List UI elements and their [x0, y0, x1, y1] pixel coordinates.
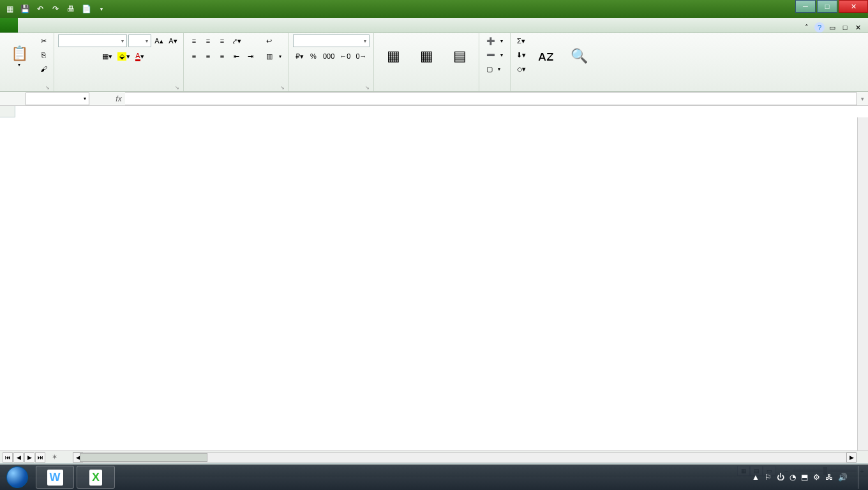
tray-icon[interactable]: ⚐ [765, 473, 772, 482]
dialog-launcher-icon[interactable]: ↘ [280, 85, 285, 91]
align-right-button[interactable]: ≡ [216, 50, 228, 63]
tab-first-icon[interactable]: ⏮ [3, 452, 13, 463]
vertical-scrollbar[interactable] [857, 117, 868, 450]
qat-icon[interactable]: 📄 [79, 2, 93, 16]
paste-button[interactable]: 📋 ▾ [4, 34, 34, 79]
format-cells-button[interactable]: ▢▾ [483, 63, 504, 75]
quick-access-toolbar: ▦ 💾 ↶ ↷ 🖶 📄 ▾ [0, 2, 108, 16]
scroll-thumb[interactable] [80, 453, 207, 462]
delete-cells-button[interactable]: ➖▾ [483, 48, 506, 61]
orientation-button[interactable]: ⤤▾ [230, 34, 243, 47]
number-format-select[interactable]: ▾ [293, 34, 370, 47]
tray-icon[interactable]: ⚙ [813, 473, 820, 482]
group-editing: Σ▾ ⬇▾ ◇▾ ᴀᴢ 🔍 [511, 33, 598, 91]
copy-button[interactable]: ⎘ [37, 48, 50, 61]
help-icon[interactable]: ? [814, 22, 825, 33]
undo-icon[interactable]: ↶ [33, 2, 47, 16]
qat-more-icon[interactable]: ▾ [94, 2, 108, 16]
shrink-font-button[interactable]: A▾ [167, 34, 179, 47]
format-painter-button[interactable]: 🖌 [37, 63, 50, 75]
dec-decimal-button[interactable]: 0→ [354, 50, 368, 63]
ribbon-help: ˄ ? ▭ □ ✕ [802, 22, 868, 33]
merge-center-button[interactable]: ▥▾ [263, 50, 285, 63]
align-middle-button[interactable]: ≡ [202, 34, 214, 47]
comma-button[interactable]: 000 [321, 50, 336, 63]
align-center-button[interactable]: ≡ [202, 50, 214, 63]
network-icon[interactable]: 🖧 [825, 473, 833, 482]
fx-icon[interactable]: fx [112, 94, 125, 103]
file-tab[interactable] [0, 17, 18, 33]
taskbar-word-button[interactable]: W [36, 466, 74, 489]
tray-icon[interactable]: ⬒ [801, 473, 808, 482]
font-size-select[interactable]: ▾ [128, 34, 151, 47]
redo-icon[interactable]: ↷ [49, 2, 63, 16]
cell-styles-button[interactable]: ▤ [444, 34, 475, 79]
autosum-button[interactable]: Σ▾ [514, 34, 528, 47]
chevron-down-icon: ▾ [364, 38, 366, 44]
bold-button[interactable] [58, 50, 71, 63]
expand-formula-icon[interactable]: ▾ [857, 96, 868, 102]
save-icon[interactable]: 💾 [18, 2, 32, 16]
scroll-right-icon[interactable]: ▶ [846, 452, 857, 463]
grow-font-button[interactable]: A▴ [153, 34, 165, 47]
wrap-icon: ↩ [266, 37, 272, 45]
font-color-button[interactable]: A▾ [133, 50, 146, 63]
conditional-formatting-button[interactable]: ▦ [378, 34, 408, 79]
qat-icon[interactable]: 🖶 [64, 2, 78, 16]
window-restore-icon[interactable]: □ [840, 22, 850, 33]
close-button[interactable]: ✕ [839, 0, 868, 13]
maximize-button[interactable]: □ [817, 0, 837, 13]
border-button[interactable]: ▦▾ [100, 50, 114, 63]
percent-button[interactable]: % [307, 50, 320, 63]
select-all-corner[interactable] [0, 106, 15, 117]
align-top-button[interactable]: ≡ [188, 34, 200, 47]
font-name-select[interactable]: ▾ [58, 34, 127, 47]
new-sheet-button[interactable]: ✶ [49, 452, 60, 463]
window-min-icon[interactable]: ▭ [827, 22, 837, 33]
taskbar-excel-button[interactable]: X [77, 466, 115, 489]
align-bottom-button[interactable]: ≡ [216, 34, 228, 47]
tray-icon[interactable]: ⏻ [777, 473, 784, 482]
inc-decimal-button[interactable]: ←0 [338, 50, 352, 63]
workbook-close-icon[interactable]: ✕ [853, 22, 863, 33]
group-styles: ▦ ▦ ▤ [374, 33, 479, 91]
window-controls: ─ □ ✕ [794, 0, 868, 13]
format-as-table-button[interactable]: ▦ [411, 34, 442, 79]
tab-last-icon[interactable]: ⏭ [35, 452, 45, 463]
group-cells: ➕▾ ➖▾ ▢▾ [479, 33, 511, 91]
align-left-button[interactable]: ≡ [188, 50, 200, 63]
minimize-button[interactable]: ─ [795, 0, 816, 13]
tray-icon[interactable]: ▲ [752, 473, 760, 482]
find-select-button[interactable]: 🔍 [564, 34, 594, 79]
indent-dec-button[interactable]: ⇤ [230, 50, 243, 63]
title-bar: ▦ 💾 ↶ ↷ 🖶 📄 ▾ ─ □ ✕ [0, 0, 868, 18]
horizontal-scrollbar[interactable]: ◀ ▶ [73, 452, 857, 463]
wrap-text-button[interactable]: ↩ [263, 34, 285, 47]
fill-button[interactable]: ⬇▾ [514, 48, 528, 61]
indent-inc-button[interactable]: ⇥ [244, 50, 257, 63]
volume-icon[interactable]: 🔊 [838, 473, 848, 482]
sort-filter-button[interactable]: ᴀᴢ [530, 34, 561, 79]
cond-format-icon: ▦ [387, 48, 400, 64]
group-clipboard: 📋 ▾ ✂ ⎘ 🖌 ↘ [0, 33, 54, 91]
fill-color-button[interactable]: ⬙▾ [116, 50, 132, 63]
clear-button[interactable]: ◇▾ [514, 63, 528, 75]
formula-input[interactable] [125, 93, 857, 105]
minimize-ribbon-icon[interactable]: ˄ [802, 22, 812, 33]
chevron-down-icon: ▾ [279, 54, 281, 59]
underline-button[interactable] [86, 50, 99, 63]
dialog-launcher-icon[interactable]: ↘ [45, 85, 50, 91]
dialog-launcher-icon[interactable]: ↘ [175, 85, 179, 91]
dialog-launcher-icon[interactable]: ↘ [365, 85, 370, 91]
tab-next-icon[interactable]: ▶ [24, 452, 34, 463]
worksheet[interactable] [0, 106, 868, 450]
insert-cells-button[interactable]: ➕▾ [483, 34, 506, 47]
tray-icon[interactable]: ◔ [789, 473, 796, 482]
tab-prev-icon[interactable]: ◀ [13, 452, 24, 463]
show-desktop-button[interactable] [858, 466, 863, 489]
name-box[interactable]: ▾ [26, 93, 89, 105]
italic-button[interactable] [72, 50, 85, 63]
start-button[interactable] [0, 464, 34, 490]
currency-button[interactable]: ₽▾ [293, 50, 306, 63]
cut-button[interactable]: ✂ [37, 34, 50, 47]
